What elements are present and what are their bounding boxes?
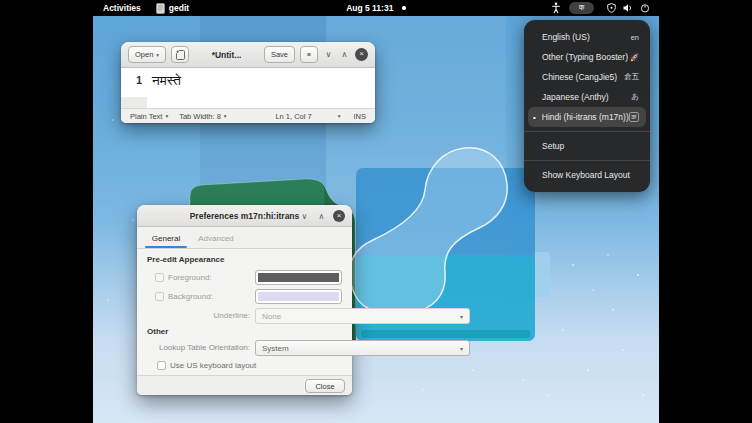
lookup-orientation-row: Lookup Table Orientation: System ▾	[137, 340, 352, 356]
lookup-orientation-dropdown[interactable]: System ▾	[255, 340, 470, 356]
input-badge-en: en	[631, 33, 639, 42]
foreground-label: Foreground:	[168, 273, 212, 282]
volume-icon	[623, 3, 633, 13]
menu-item-typing-booster[interactable]: Other (Typing Booster) 🚀	[524, 47, 650, 67]
document-title: *Untit...	[194, 50, 259, 60]
foreground-checkbox[interactable]	[155, 273, 164, 282]
wallpaper-glass-lip	[361, 330, 530, 338]
chevron-down-icon: ▾	[165, 113, 168, 119]
us-keyboard-row: Use US keyboard layout	[137, 358, 352, 374]
tab-advanced[interactable]: Advanced	[191, 234, 241, 248]
background-color-button[interactable]	[255, 289, 342, 304]
close-dialog-label: Close	[315, 382, 334, 391]
new-document-button[interactable]	[171, 46, 189, 63]
us-keyboard-checkbox[interactable]	[157, 361, 166, 370]
underline-value: None	[262, 312, 281, 321]
foreground-color-button[interactable]	[255, 270, 342, 285]
dialog-tabs: General Advanced	[137, 227, 352, 249]
gedit-window: Open ▾ *Untit... Save ≡ ∨ ∧	[121, 42, 375, 123]
cursor-position-label: Ln 1, Col 7	[275, 112, 311, 121]
notification-dot-icon	[402, 6, 406, 10]
close-window-button[interactable]: ×	[355, 48, 368, 61]
minimize-button[interactable]: ∨	[299, 212, 310, 221]
maximize-button[interactable]: ∧	[339, 50, 350, 59]
top-bar: Activities gedit Aug 5 11:31	[93, 0, 659, 16]
menu-item-show-keyboard-layout[interactable]: Show Keyboard Layout	[524, 165, 650, 185]
text-editor-area[interactable]: 1 नमस्ते	[121, 68, 375, 108]
input-source-menu: English (US) en Other (Typing Booster) 🚀…	[524, 20, 650, 192]
menu-button[interactable]: ≡	[300, 46, 318, 63]
close-dialog-button[interactable]: Close	[305, 379, 345, 393]
menu-item-hindi-itrans[interactable]: • Hindi (hi-itrans (m17n)) क	[528, 107, 646, 127]
wallpaper-glass-tab	[533, 252, 550, 297]
system-menu-button[interactable]	[607, 3, 650, 13]
underline-label: Underline:	[214, 311, 250, 320]
desktop: Activities gedit Aug 5 11:31	[93, 0, 659, 423]
input-badge-cangjie: 倉五	[624, 72, 639, 82]
menu-item-label: English (US)	[542, 32, 590, 42]
menu-item-label: Japanese (Anthy)	[542, 92, 609, 102]
menu-item-japanese-anthy[interactable]: Japanese (Anthy) あ	[524, 87, 650, 107]
tab-width-selector[interactable]: Tab Width: 8 ▾	[179, 112, 226, 121]
chevron-down-icon: ▾	[224, 113, 227, 119]
menu-item-label: Setup	[542, 141, 564, 151]
gedit-statusbar: Plain Text ▾ Tab Width: 8 ▾ Ln 1, Col 7 …	[121, 108, 375, 123]
menu-separator	[524, 160, 650, 161]
preferences-dialog: Preferences m17n:hi:itrans ∨ ∧ × General…	[137, 205, 352, 395]
menu-item-english-us[interactable]: English (US) en	[524, 27, 650, 47]
chevron-down-icon: ▾	[156, 52, 159, 58]
lookup-orientation-label: Lookup Table Orientation:	[159, 343, 250, 352]
dialog-titlebar: Preferences m17n:hi:itrans ∨ ∧ ×	[137, 205, 352, 227]
language-selector[interactable]: Plain Text ▾	[130, 112, 168, 121]
menu-item-setup[interactable]: Setup	[524, 136, 650, 156]
power-icon	[640, 3, 650, 13]
underline-row: Underline: None ▾	[137, 308, 352, 324]
screenshot-stage: Activities gedit Aug 5 11:31	[0, 0, 752, 423]
open-button[interactable]: Open ▾	[128, 46, 166, 63]
line-number: 1	[121, 68, 147, 97]
dialog-action-bar: Close	[137, 375, 352, 395]
tab-general[interactable]: General	[141, 234, 191, 248]
input-source-indicator[interactable]: क	[569, 2, 594, 14]
background-row: Background:	[137, 289, 352, 305]
open-button-label: Open	[135, 50, 153, 59]
menu-item-label: Show Keyboard Layout	[542, 170, 630, 180]
shield-icon	[607, 3, 616, 13]
chevron-down-icon[interactable]: ▾	[338, 113, 341, 119]
hamburger-icon: ≡	[307, 50, 311, 59]
lookup-orientation-value: System	[262, 344, 289, 353]
dialog-window-controls: ∨ ∧ ×	[299, 205, 345, 227]
section-preedit-appearance: Pre-edit Appearance	[147, 255, 225, 264]
line-number-gutter: 1	[121, 68, 147, 108]
save-button[interactable]: Save	[264, 46, 295, 63]
maximize-button[interactable]: ∧	[316, 212, 327, 221]
section-other: Other	[147, 327, 168, 336]
accessibility-icon[interactable]	[551, 2, 561, 14]
underline-dropdown[interactable]: None ▾	[255, 308, 470, 324]
menu-item-chinese-cangjie5[interactable]: Chinese (CangJie5) 倉五	[524, 67, 650, 87]
gedit-headerbar: Open ▾ *Untit... Save ≡ ∨ ∧	[121, 42, 375, 68]
chevron-down-icon: ▾	[460, 313, 463, 320]
top-bar-right: क	[551, 0, 650, 16]
chevron-down-icon: ▾	[460, 345, 463, 352]
input-badge-hindi: क	[629, 112, 639, 122]
menu-separator	[524, 131, 650, 132]
new-document-icon	[176, 50, 185, 60]
menu-item-label: Hindi (hi-itrans (m17n))	[542, 112, 629, 122]
tab-width-label: Tab Width: 8	[179, 112, 221, 121]
minimize-button[interactable]: ∨	[323, 50, 334, 59]
clock-label: Aug 5 11:31	[346, 3, 393, 13]
foreground-row: Foreground:	[137, 270, 352, 286]
insert-mode-label: INS	[353, 112, 366, 121]
close-window-button[interactable]: ×	[333, 210, 345, 222]
foreground-color-swatch	[258, 273, 339, 282]
background-label: Background:	[168, 292, 213, 301]
background-color-swatch	[258, 292, 339, 301]
menu-item-label: Chinese (CangJie5)	[542, 72, 617, 82]
selected-bullet-icon: •	[533, 113, 542, 122]
document-text: नमस्ते	[147, 68, 375, 108]
menu-item-label: Other (Typing Booster)	[542, 52, 628, 62]
background-checkbox[interactable]	[155, 292, 164, 301]
language-label: Plain Text	[130, 112, 162, 121]
input-badge-anthy: あ	[631, 92, 639, 102]
